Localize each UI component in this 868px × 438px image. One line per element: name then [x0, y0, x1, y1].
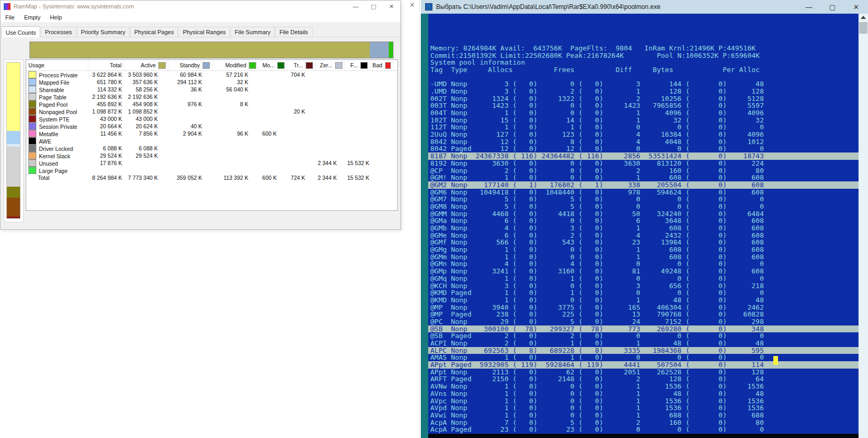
- cell-value: 3 622 864 K: [88, 72, 124, 78]
- column-header-total[interactable]: Total: [88, 60, 124, 70]
- cell-value: 7 856 K: [124, 130, 168, 137]
- maximize-icon[interactable]: ▢: [365, 1, 382, 12]
- memory-usage-bar: [29, 42, 393, 58]
- row-label: Page Table: [39, 94, 66, 100]
- table-row-large-page[interactable]: Large Page: [26, 167, 397, 174]
- minimize-icon[interactable]: —: [347, 1, 365, 12]
- column-header-usage[interactable]: Usage: [26, 60, 88, 70]
- menu-item-help[interactable]: Help: [45, 14, 67, 21]
- console-line: AcpA Paged 23 ( 0) 23 ( 0) 0 0 ( 0) 0: [430, 426, 859, 433]
- cell-value: 455 892 K: [88, 101, 124, 107]
- cell-value: 6 088 K: [88, 145, 124, 151]
- tab-file-summary[interactable]: File Summary: [230, 27, 275, 37]
- console-line: @KCH Nonp 3 ( 0) 0 ( 0) 3 656 ( 0) 218: [430, 282, 859, 290]
- rammap-app-icon: [4, 3, 11, 10]
- table-row-page-table[interactable]: Page Table2 192 636 K2 192 636 K: [26, 93, 397, 100]
- table-row-system-pte[interactable]: System PTE43 000 K43 000 K: [26, 115, 397, 123]
- bar-segment-process-private: [7, 63, 20, 131]
- menu-item-empty[interactable]: Empty: [19, 14, 45, 21]
- table-row-paged-pool[interactable]: Paged Pool455 892 K454 908 K976 K8 K: [26, 100, 397, 108]
- cell-value: 600 K: [259, 175, 287, 181]
- console-line: @GMb Nonp 4 ( 0) 3 ( 0) 1 608 ( 0) 608: [430, 225, 859, 232]
- console-line: 8187 Nonp 24367338 ( 116) 24364482 ( 116…: [428, 152, 859, 160]
- table-row-metafile[interactable]: Metafile11 456 K7 856 K2 904 K96 K600 K: [26, 130, 397, 137]
- column-swatch: [203, 62, 210, 69]
- background-close-icon[interactable]: ✕: [409, 1, 415, 9]
- tab-file-details[interactable]: File Details: [275, 27, 312, 37]
- scroll-up-icon[interactable]: [861, 16, 866, 19]
- cell-value: 114 332 K: [88, 86, 124, 93]
- menu-item-file[interactable]: File: [1, 14, 19, 21]
- console-line: .UMD Nonp 3 ( 0) 2 ( 0) 1 128 ( 0) 128: [430, 88, 859, 95]
- cell-value: 359 052 K: [168, 175, 213, 181]
- rammap-menubar: FileEmptyHelp: [1, 12, 400, 23]
- tab-physical-ranges[interactable]: Physical Ranges: [178, 27, 230, 37]
- console-line: AVpd Nonp 1 ( 0) 0 ( 0) 1 1536 ( 0) 1536: [430, 404, 859, 412]
- tab-use-counts[interactable]: Use Counts: [2, 26, 40, 37]
- tab-priority-summary[interactable]: Priority Summary: [77, 27, 129, 37]
- bar-segment-paged-pool: [7, 187, 20, 198]
- table-row-shareable[interactable]: Shareable114 332 K58 256 K36 K56 040 K: [26, 86, 397, 93]
- column-header-mo[interactable]: Mo...: [259, 60, 287, 70]
- table-row-driver-locked[interactable]: Driver Locked6 088 K6 088 K: [26, 145, 397, 152]
- table-row-unused[interactable]: Unused17 876 K2 344 K15 532 K: [26, 159, 397, 167]
- column-header-bad[interactable]: Bad: [370, 60, 393, 70]
- cell-value: 96 K: [213, 130, 259, 137]
- console-line: ALPC Nonp 692563 ( 8) 689228 ( 8) 3335 1…: [428, 347, 859, 354]
- tab-processes[interactable]: Processes: [41, 27, 76, 37]
- console-line: @GMf Nonp 566 ( 0) 543 ( 0) 23 13984 ( 0…: [430, 239, 859, 246]
- cell-value: 704 K: [287, 72, 316, 78]
- table-header-row: UsageTotalActiveStandbyModifiedMo...Tr..…: [26, 60, 397, 71]
- table-row-nonpaged-pool[interactable]: Nonpaged Pool1 098 872 K1 098 852 K20 K: [26, 108, 397, 115]
- console-line: AVns Nonp 1 ( 0) 0 ( 0) 1 48 ( 0) 48: [430, 390, 859, 398]
- row-label: Driver Locked: [39, 146, 73, 152]
- column-swatch: [306, 62, 313, 69]
- cell-value: 40 K: [168, 123, 213, 129]
- console-line: 003T Nonp 1423 ( 0) 0 ( 0) 1423 7965856 …: [430, 102, 859, 109]
- rammap-tabbar: Use CountsProcessesPriority SummaryPhysi…: [1, 25, 400, 37]
- row-swatch: [28, 100, 36, 108]
- row-label: AWE: [39, 138, 52, 145]
- column-header-active[interactable]: Active: [124, 60, 168, 70]
- console-line: @GMm Nonp 1 ( 0) 0 ( 0) 1 608 ( 0) 608: [430, 253, 859, 261]
- row-label: Large Page: [39, 168, 67, 174]
- scrollbar-thumb[interactable]: [859, 22, 867, 34]
- table-row-total[interactable]: Total8 264 984 K7 773 340 K359 052 K113 …: [26, 174, 397, 181]
- table-row-session-private[interactable]: Session Private20 664 K20 624 K40 K: [26, 123, 397, 130]
- console-line: [430, 74, 859, 81]
- rammap-titlebar: RamMap - Sysinternals: www.sysinternals.…: [1, 1, 400, 12]
- column-header-f[interactable]: F...: [345, 60, 370, 70]
- table-row-process-private[interactable]: Process Private3 622 864 K3 503 960 K60 …: [26, 71, 397, 78]
- bar-segment-page-table: [7, 147, 20, 187]
- minimize-icon[interactable]: —: [797, 0, 821, 14]
- cell-value: 294 112 K: [168, 79, 213, 85]
- close-icon[interactable]: ✕: [844, 0, 868, 14]
- column-header-zer[interactable]: Zer...: [316, 60, 345, 70]
- table-row-awe[interactable]: AWE: [26, 137, 397, 145]
- console-line: @MP Nonp 3940 ( 0) 3775 ( 0) 165 406304 …: [430, 304, 859, 311]
- column-label: Bad: [372, 62, 382, 68]
- console-line: Memory: 8264984K Avail: 643756K PageFlts…: [430, 45, 859, 52]
- table-row-kernel-stack[interactable]: Kernel Stack29 524 K29 524 K: [26, 152, 397, 159]
- cell-value: 29 524 K: [124, 152, 168, 159]
- row-label: Paged Pool: [39, 101, 67, 108]
- console-line: AVpc Nonp 1 ( 0) 0 ( 0) 1 1536 ( 0) 1536: [430, 398, 859, 405]
- table-row-mapped-file[interactable]: Mapped File651 780 K357 636 K294 112 K32…: [26, 78, 397, 86]
- column-header-tr[interactable]: Tr...: [287, 60, 316, 70]
- table-body: Process Private3 622 864 K3 503 960 K60 …: [26, 71, 397, 181]
- console-line: @GMp Nonp 3241 ( 0) 3160 ( 0) 81 49248 (…: [430, 268, 859, 275]
- close-icon[interactable]: ✕: [382, 1, 400, 12]
- column-label: Tr...: [289, 62, 303, 68]
- poolmon-console-window: Выбрать C:\Users\Vadim\AppData\Local\Tem…: [421, 0, 868, 438]
- cell-value: 2 904 K: [168, 130, 213, 137]
- column-header-modified[interactable]: Modified: [213, 60, 259, 70]
- row-swatch: [28, 159, 36, 167]
- console-line: @SB Paged 2 ( 0) 2 ( 0) 0 0 ( 0) 0: [430, 332, 859, 340]
- row-swatch: [28, 78, 36, 86]
- console-scrollbar[interactable]: [859, 14, 868, 438]
- tab-physical-pages[interactable]: Physical Pages: [130, 27, 178, 37]
- bar-segment-mapped-file: [7, 131, 20, 144]
- bar-segment-standby: [370, 42, 389, 58]
- maximize-icon[interactable]: ▢: [821, 0, 844, 14]
- column-header-standby[interactable]: Standby: [168, 60, 213, 70]
